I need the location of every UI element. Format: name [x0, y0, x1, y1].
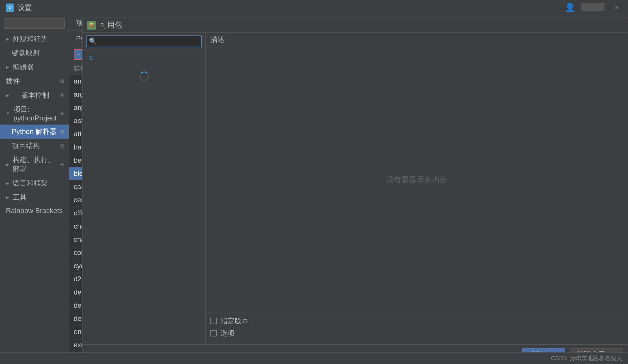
sidebar-search-input[interactable]: [4, 18, 65, 29]
sidebar-item-label: 构建、执行、部署: [13, 155, 58, 174]
loading-area: [82, 66, 205, 87]
sidebar-search-container: [0, 15, 69, 32]
sidebar-item-build[interactable]: 构建、执行、部署 ⊞: [0, 153, 69, 176]
top-right-area: 👤: [565, 2, 605, 12]
empty-description-text: 没有要显示的内容: [386, 175, 447, 185]
content-area: 项目: pythonProject › Python 解释器 ⊞ Python …: [69, 15, 628, 364]
sidebar-item-label: 项目: pythonProject: [13, 105, 58, 122]
main-layout: 外观和行为 键盘映射 编辑器 插件 译 版本控制 ⊞ 项目: pythonPro…: [0, 15, 628, 364]
sidebar-item-rainbow-brackets[interactable]: Rainbow Brackets: [0, 204, 69, 217]
options-checkbox[interactable]: [210, 330, 217, 336]
title-bar-left: ⚙ 设置: [6, 3, 32, 12]
sidebar-item-label: 插件: [6, 76, 20, 86]
sidebar-item-label: 工具: [13, 193, 27, 202]
sidebar-item-label: 外观和行为: [13, 34, 48, 44]
sidebar-item-appearance[interactable]: 外观和行为: [0, 32, 69, 46]
sidebar-item-vcs[interactable]: 版本控制 ⊞: [0, 88, 69, 102]
sidebar-item-label: Rainbow Brackets: [6, 207, 63, 215]
available-packages-modal: 📦 可用包 🔍 ↻: [82, 62, 628, 364]
sidebar-item-label: 项目结构: [12, 141, 40, 150]
modal-search-area: 🔍 ↻: [82, 62, 206, 344]
modal-refresh-button[interactable]: ↻: [86, 62, 97, 63]
pi-icon: ⊞: [60, 128, 65, 135]
options-label: 选项: [220, 329, 234, 338]
status-bar: CSDN @华东地区著名狠人: [0, 352, 628, 364]
close-button[interactable]: ×: [612, 2, 622, 13]
title-bar: ⚙ 设置 👤 ×: [0, 0, 628, 15]
loading-spinner: [139, 72, 149, 81]
project-icon: ⊞: [60, 110, 65, 117]
modal-options: 指定版本 选项: [206, 312, 628, 344]
title-bar-label: 设置: [18, 3, 32, 12]
specify-version-checkbox[interactable]: [210, 318, 217, 324]
sidebar-item-label: Python 解释器: [12, 127, 57, 136]
status-text: CSDN @华东地区著名狠人: [551, 354, 622, 362]
specify-version-label: 指定版本: [220, 316, 249, 326]
sidebar-item-tools[interactable]: 工具: [0, 190, 69, 204]
sidebar-item-keymap[interactable]: 键盘映射: [0, 46, 69, 60]
sidebar-item-lang[interactable]: 语言和框架: [0, 176, 69, 190]
specify-version-row: 指定版本: [210, 316, 623, 326]
description-content: 没有要显示的内容: [206, 62, 628, 312]
sidebar-item-project-structure[interactable]: 项目结构 ⊞: [0, 139, 69, 153]
sidebar-item-label: 编辑器: [13, 62, 34, 72]
sidebar-item-label: 键盘映射: [12, 48, 40, 58]
sidebar-item-label: 语言和框架: [13, 178, 48, 188]
packages-main: 软件包 anyio argon2-cffi argon2-cffi-bindin…: [69, 62, 628, 364]
translate-icon: 译: [59, 78, 65, 85]
ps-icon: ⊞: [60, 142, 65, 149]
sidebar-item-plugins[interactable]: 插件 译: [0, 74, 69, 88]
sidebar-item-label: 版本控制: [21, 91, 49, 100]
sidebar: 外观和行为 键盘映射 编辑器 插件 译 版本控制 ⊞ 项目: pythonPro…: [0, 15, 69, 364]
sidebar-item-python-interpreter[interactable]: Python 解释器 ⊞: [0, 125, 69, 139]
sidebar-item-project[interactable]: 项目: pythonProject ⊞: [0, 102, 69, 125]
modal-right-panel: 描述 没有要显示的内容 指定版本 选项: [206, 62, 628, 344]
vcs-icon: ⊞: [60, 92, 65, 98]
settings-icon: ⚙: [6, 4, 14, 12]
modal-body: 🔍 ↻ 描述 没有要显示的内容: [82, 62, 628, 344]
sidebar-item-editor[interactable]: 编辑器: [0, 60, 69, 74]
options-row: 选项: [210, 329, 623, 338]
build-icon: ⊞: [60, 161, 65, 168]
